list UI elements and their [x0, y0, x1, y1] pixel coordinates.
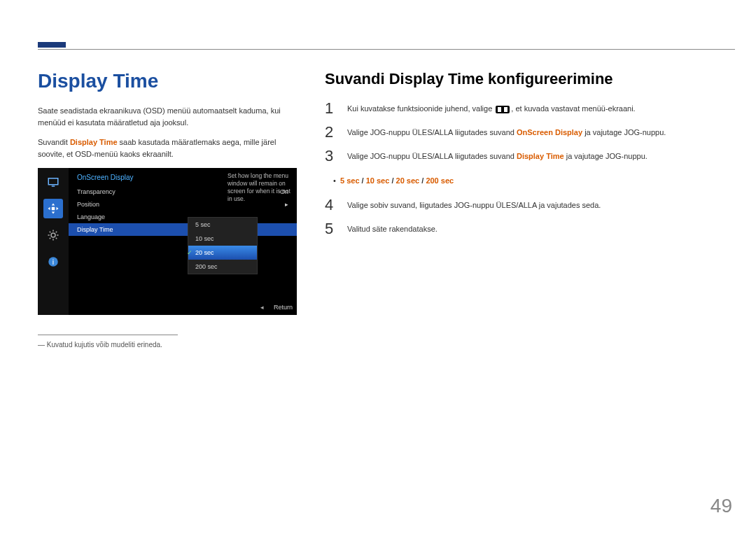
- intro-para-1: Saate seadistada ekraanikuva (OSD) menüü…: [38, 105, 297, 128]
- osd-option-5sec: 5 sec: [188, 218, 257, 232]
- steps-list: 1 Kui kuvatakse funktsioonide juhend, va…: [325, 101, 735, 237]
- right-column: Suvandi Display Time konfigureerimine 1 …: [325, 70, 735, 349]
- step-2: 2 Valige JOG-nuppu ÜLES/ALLA liigutades …: [325, 125, 735, 140]
- options-bullet: • 5 sec / 10 sec / 20 sec / 200 sec: [325, 176, 735, 185]
- step-number: 1: [325, 101, 337, 116]
- section-heading: Display Time: [38, 70, 297, 92]
- checkmark-icon: ✓: [187, 249, 192, 256]
- step-number: 3: [325, 148, 337, 164]
- svg-point-3: [51, 233, 55, 237]
- svg-rect-0: [48, 178, 58, 185]
- osd-option-20sec: ✓20 sec: [188, 246, 257, 260]
- osd-option-200sec: 200 sec: [188, 260, 257, 274]
- svg-rect-2: [52, 207, 55, 211]
- osd-item-language: Language: [69, 211, 297, 223]
- step-text: Valige JOG-nuppu ÜLES/ALLA liigutades su…: [347, 125, 735, 136]
- svg-rect-1: [52, 185, 55, 187]
- step-number: 4: [325, 197, 337, 213]
- step-text: Valige sobiv suvand, liigutades JOG-nupp…: [347, 197, 735, 209]
- step-3: 3 Valige JOG-nuppu ÜLES/ALLA liigutades …: [325, 148, 735, 164]
- para2-pre: Suvandit: [38, 138, 70, 146]
- osd-option-10sec: 10 sec: [188, 232, 257, 246]
- step-text: Valige JOG-nuppu ÜLES/ALLA liigutades su…: [347, 148, 735, 160]
- osd-screenshot: i OnScreen Display TransparencyOn Positi…: [38, 168, 297, 315]
- menu-button-icon: [496, 106, 510, 113]
- osd-tab-sidebar: i: [38, 168, 69, 315]
- step-5: 5 Valitud säte rakendatakse.: [325, 221, 735, 237]
- osd-return-label: ◂Return: [260, 304, 293, 311]
- return-arrow-icon: ◂: [260, 304, 264, 311]
- right-heading: Suvandi Display Time konfigureerimine: [325, 70, 735, 88]
- svg-text:i: i: [52, 258, 54, 266]
- step-number: 2: [325, 125, 337, 140]
- footnote-text: ― Kuvatud kujutis võib mudeliti erineda.: [38, 341, 297, 349]
- para2-highlight: Display Time: [70, 138, 118, 146]
- position-icon: [43, 199, 63, 218]
- step-text: Valitud säte rakendatakse.: [347, 221, 735, 233]
- step-text: Kui kuvatakse funktsioonide juhend, vali…: [347, 101, 735, 113]
- footnote-rule: [38, 335, 178, 335]
- header-rule: [38, 49, 735, 50]
- left-column: Display Time Saate seadistada ekraanikuv…: [38, 70, 297, 349]
- monitor-icon: [43, 172, 63, 192]
- intro-para-2: Suvandit Display Time saab kasutada määr…: [38, 136, 297, 160]
- osd-main-panel: OnScreen Display TransparencyOn Position…: [69, 168, 297, 315]
- step-number: 5: [325, 221, 337, 237]
- page-content: Display Time Saate seadistada ekraanikuv…: [38, 70, 735, 349]
- osd-item-display-time: Display Time: [69, 223, 297, 236]
- page-number: 49: [710, 495, 732, 517]
- osd-help-text: Set how long the menu window will remain…: [227, 172, 293, 203]
- header-accent-bar: [38, 42, 66, 48]
- osd-submenu: 5 sec 10 sec ✓20 sec 200 sec: [188, 217, 258, 274]
- gear-icon: [43, 225, 63, 245]
- info-icon: i: [43, 252, 63, 272]
- step-1: 1 Kui kuvatakse funktsioonide juhend, va…: [325, 101, 735, 116]
- step-4: 4 Valige sobiv suvand, liigutades JOG-nu…: [325, 197, 735, 213]
